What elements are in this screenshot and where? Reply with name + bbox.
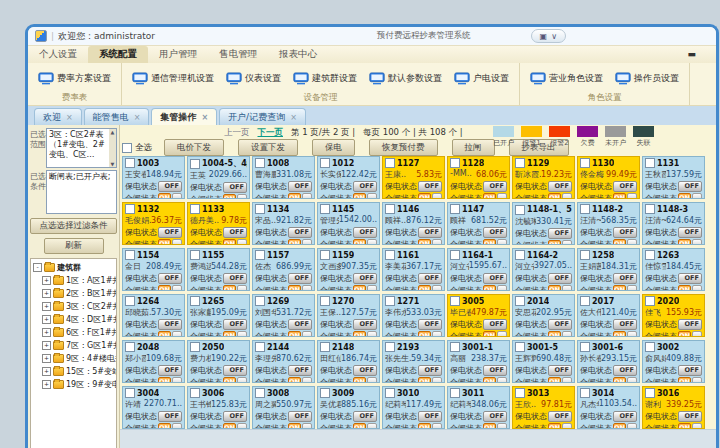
power-protect-off-toggle[interactable]: OFF bbox=[678, 181, 702, 192]
room-card[interactable]: 1155 费鸿运 544.28元 保电状态 OFF 合闸状态 bbox=[187, 248, 250, 291]
power-protect-off-toggle[interactable]: OFF bbox=[418, 319, 442, 330]
room-card[interactable]: 1128 -MM.. 68.06元 保电状态 OFF 合闸状 bbox=[447, 156, 510, 199]
power-protect-off-toggle[interactable]: OFF bbox=[353, 319, 377, 330]
toolbar-button[interactable]: 电价下发 bbox=[164, 139, 224, 156]
power-protect-off-toggle[interactable]: OFF bbox=[223, 182, 247, 193]
room-card[interactable]: 1127 王康.. 5.83元 保电状态 OFF 合闸状态 bbox=[382, 156, 445, 199]
gate-on-toggle[interactable]: ON bbox=[288, 193, 301, 199]
card-checkbox[interactable] bbox=[645, 158, 655, 168]
card-checkbox[interactable] bbox=[515, 388, 525, 398]
gate-on-toggle[interactable]: ON bbox=[288, 239, 301, 245]
card-checkbox[interactable] bbox=[190, 388, 200, 398]
ribbon-button[interactable]: 通信管理机设置 bbox=[128, 70, 218, 87]
toolbar-button[interactable]: 设置下发 bbox=[238, 139, 298, 156]
power-protect-off-toggle[interactable]: OFF bbox=[288, 181, 312, 192]
card-checkbox[interactable] bbox=[385, 158, 395, 168]
power-protect-off-toggle[interactable]: OFF bbox=[158, 227, 182, 238]
room-card[interactable]: 1132 毛俊娟.. 36.37元 保电状态 OFF 合闸状 bbox=[122, 202, 185, 245]
gate-on-toggle[interactable]: ON bbox=[223, 194, 236, 199]
room-card[interactable]: 1129 靳冰霞.. 19.23元 保电状态 OFF 合闸状 bbox=[512, 156, 575, 199]
power-protect-off-toggle[interactable]: OFF bbox=[483, 181, 507, 192]
gate-on-toggle[interactable]: ON bbox=[678, 331, 691, 337]
power-protect-off-toggle[interactable]: OFF bbox=[223, 227, 247, 238]
power-protect-off-toggle[interactable]: OFF bbox=[158, 319, 182, 330]
card-checkbox[interactable] bbox=[125, 204, 135, 214]
room-card[interactable]: 3011 纪莉琴 348.06元 保电状态 OFF 合闸状态 bbox=[447, 386, 510, 429]
gate-on-toggle[interactable]: ON bbox=[418, 193, 431, 199]
room-card[interactable]: 2014 安思花 202.95元 保电状态 OFF 合闸状态 bbox=[512, 294, 575, 337]
power-protect-off-toggle[interactable]: OFF bbox=[158, 411, 182, 422]
power-protect-off-toggle[interactable]: OFF bbox=[483, 365, 507, 376]
room-card[interactable]: 1263 佳惊雪.. 184.45元 保电状态 OFF 合闸 bbox=[642, 248, 705, 291]
card-checkbox[interactable] bbox=[580, 296, 590, 306]
prev-page-link[interactable]: 上一页 bbox=[224, 127, 250, 139]
power-protect-off-toggle[interactable]: OFF bbox=[678, 273, 702, 284]
gate-on-toggle[interactable]: ON bbox=[158, 285, 171, 291]
tree-item[interactable]: + 7区：G区1#井 bbox=[33, 339, 116, 352]
room-card[interactable]: 1133 德丹美.. 9.78元 保电状态 OFF 合闸状态 bbox=[187, 202, 250, 245]
power-protect-off-toggle[interactable]: OFF bbox=[548, 181, 572, 192]
gate-on-toggle[interactable]: ON bbox=[223, 331, 236, 337]
gate-on-toggle[interactable]: ON bbox=[223, 377, 236, 383]
room-card[interactable]: 1154 金日 208.49元 保电状态 OFF 合闸状态 bbox=[122, 248, 185, 291]
document-tab[interactable]: 欢迎 × bbox=[34, 108, 82, 125]
close-icon[interactable]: × bbox=[134, 113, 141, 122]
power-protect-off-toggle[interactable]: OFF bbox=[353, 227, 377, 238]
room-card[interactable]: 3016 谢利 339.25元 保电状态 OFF 合闸状态 bbox=[642, 386, 705, 429]
next-page-link[interactable]: 下一页 bbox=[258, 127, 284, 139]
power-protect-off-toggle[interactable]: OFF bbox=[613, 319, 637, 330]
card-checkbox[interactable] bbox=[450, 296, 460, 306]
power-protect-off-toggle[interactable]: OFF bbox=[613, 273, 637, 284]
room-card[interactable]: 1270 王保.. 127.57元 保电状态 OFF 合闸状 bbox=[317, 294, 380, 337]
expand-icon[interactable]: + bbox=[42, 315, 51, 324]
gate-on-toggle[interactable]: ON bbox=[483, 193, 496, 199]
room-card[interactable]: 1164-1 河立省.. 1595.67.. 保电状态 OFF bbox=[447, 248, 510, 291]
card-checkbox[interactable] bbox=[190, 250, 200, 260]
toolbar-button[interactable]: 拉闸 bbox=[452, 139, 495, 156]
card-checkbox[interactable] bbox=[580, 342, 590, 352]
room-card[interactable]: 3006 王书锋 125.83元 保电状态 OFF 合闸状态 bbox=[187, 386, 250, 429]
card-checkbox[interactable] bbox=[320, 296, 330, 306]
card-checkbox[interactable] bbox=[450, 250, 460, 260]
document-tab[interactable]: 集管操作 × bbox=[151, 108, 217, 125]
card-checkbox[interactable] bbox=[515, 296, 525, 306]
ribbon-button[interactable]: 户电设置 bbox=[450, 70, 513, 87]
gate-on-toggle[interactable]: ON bbox=[288, 377, 301, 383]
room-card[interactable]: 2017 佐大伟 121.40元 保电状态 OFF 合闸状态 bbox=[577, 294, 640, 337]
room-card[interactable]: 1012 长实保.. 122.42元 保电状态 OFF 合闸 bbox=[317, 156, 380, 199]
room-card[interactable]: 1157 佐杰 686.99元 保电状态 OFF 合闸状态 bbox=[252, 248, 315, 291]
room-card[interactable]: 2048 郑小霞 109.68元 保电状态 OFF 合闸状态 bbox=[122, 340, 185, 383]
close-icon[interactable]: × bbox=[290, 113, 297, 122]
room-card[interactable]: 1159 文画多 907.35元 保电状态 OFF 合闸状态 bbox=[317, 248, 380, 291]
gate-on-toggle[interactable]: ON bbox=[548, 240, 561, 245]
card-checkbox[interactable] bbox=[450, 388, 460, 398]
select-all[interactable]: 全选 bbox=[122, 142, 152, 154]
card-checkbox[interactable] bbox=[255, 296, 265, 306]
power-protect-off-toggle[interactable]: OFF bbox=[418, 411, 442, 422]
power-protect-off-toggle[interactable]: OFF bbox=[418, 273, 442, 284]
menu-tab[interactable]: 售电管理 bbox=[208, 46, 268, 63]
room-card[interactable]: 1148-1、522 沈毓琳 330.41元 保电状态 OFF bbox=[512, 202, 575, 245]
room-card[interactable]: 1003 王安春 148.94元 保电状态 OFF 合闸状态 bbox=[122, 156, 185, 199]
expand-icon[interactable]: + bbox=[42, 328, 51, 337]
power-protect-off-toggle[interactable]: OFF bbox=[548, 228, 572, 239]
card-checkbox[interactable] bbox=[320, 388, 330, 398]
gate-on-toggle[interactable]: ON bbox=[483, 377, 496, 383]
power-protect-off-toggle[interactable]: OFF bbox=[548, 411, 572, 422]
expand-icon[interactable]: + bbox=[42, 367, 51, 376]
card-checkbox[interactable] bbox=[645, 342, 655, 352]
power-protect-off-toggle[interactable]: OFF bbox=[288, 411, 312, 422]
power-protect-off-toggle[interactable]: OFF bbox=[288, 319, 312, 330]
card-checkbox[interactable] bbox=[255, 342, 265, 352]
card-checkbox[interactable] bbox=[125, 158, 135, 168]
card-checkbox[interactable] bbox=[255, 250, 265, 260]
tree-item[interactable]: + 19区：9#变电站（2# bbox=[33, 378, 116, 391]
card-checkbox[interactable] bbox=[515, 342, 525, 352]
power-protect-off-toggle[interactable]: OFF bbox=[353, 273, 377, 284]
power-protect-off-toggle[interactable]: OFF bbox=[548, 273, 572, 284]
power-protect-off-toggle[interactable]: OFF bbox=[678, 411, 702, 422]
menu-tab[interactable]: 个人设置 bbox=[28, 46, 88, 63]
gate-on-toggle[interactable]: ON bbox=[678, 285, 691, 291]
room-card[interactable]: 2020 佳飞 155.93元 保电状态 OFF 合闸状态 bbox=[642, 294, 705, 337]
expand-icon[interactable]: + bbox=[42, 354, 51, 363]
